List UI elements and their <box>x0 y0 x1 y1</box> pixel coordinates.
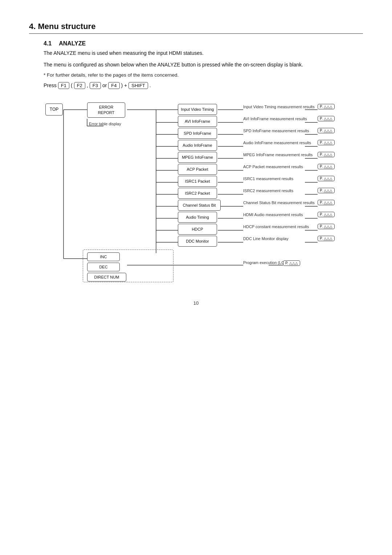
desc-avi-infoframe: AVI InfoFrame measurement results <box>243 117 307 121</box>
p-badge-8: P. △△△ <box>318 200 335 205</box>
desc-mpeg-infoframe: MPEG InfoFrame measurement results <box>243 153 313 157</box>
desc-audio-infoframe: Audio InfoFrame measurement results <box>243 141 311 145</box>
node-mpeg-infoframe: MPEG InfoFrame <box>178 152 217 163</box>
p-badge-5: P. △△△ <box>318 164 335 169</box>
node-isrc2-packet: ISRC2 Packet <box>178 188 217 199</box>
desc-channel-status-bit: Channel Status Bit measurement results <box>243 200 315 205</box>
desc-ddc-monitor: DDC Line Monitor display <box>243 236 289 241</box>
key-shift: SHIFT <box>128 82 148 89</box>
p-badge-0: P. △△△ <box>318 104 335 109</box>
key-f3: F3 <box>90 82 101 89</box>
p-badge-9: P. △△△ <box>318 212 335 217</box>
press-line: Press F1 ( F2 , F3 or F4 ) + SHIFT . <box>44 82 363 89</box>
node-top: TOP <box>45 104 63 116</box>
desc-acp-packet: ACP Packet measurement results <box>243 165 303 169</box>
node-direct-num: DIRECT NUM <box>87 273 126 281</box>
node-input-video-timing: Input Video Timing <box>178 104 217 115</box>
node-audio-infoframe: Audio InfoFrame <box>178 140 217 151</box>
node-error-report: ERRORREPORT <box>87 102 125 118</box>
node-acp-packet: ACP Packet <box>178 164 217 175</box>
desc-spd-infoframe: SPD InfoFrame measurement results <box>243 129 309 133</box>
p-badge-2: P. △△△ <box>318 128 335 133</box>
key-f2: F2 <box>74 82 85 89</box>
intro-1: The ANALYZE menu is used when measuring … <box>44 49 363 58</box>
p-badge-10: P. △△△ <box>318 224 335 229</box>
subsection-number: 4.1 <box>44 40 52 46</box>
node-inc: INC <box>87 252 120 261</box>
node-isrc1-packet: ISRC1 Packet <box>178 176 217 187</box>
press-label: Press <box>44 82 57 88</box>
node-hdcp: HDCP <box>178 224 217 235</box>
key-f1: F1 <box>58 82 69 89</box>
p-badge-4: P. △△△ <box>318 152 335 157</box>
node-channel-status-bit: Channel Status Bit <box>178 200 221 211</box>
p-badge-6: P. △△△ <box>318 176 335 181</box>
intro-2: The menu is configured as shown below wh… <box>44 61 363 69</box>
desc-hdcp: HDCP constant measurement results <box>243 224 309 229</box>
subsection-title: ANALYZE <box>59 40 86 46</box>
node-ddc-monitor: DDC Monitor <box>178 236 217 247</box>
p-badge-load: P. △△△ <box>283 260 300 266</box>
node-spd-infoframe: SPD InfoFrame <box>178 128 217 139</box>
desc-audio-timing: HDMI Audio measurement results <box>243 212 303 217</box>
menu-diagram: TOP ERRORREPORT Error table display Inpu… <box>44 97 359 286</box>
page-number: 10 <box>29 300 363 306</box>
key-f4: F4 <box>108 82 119 89</box>
desc-input-video-timing: Input Video Timing measurement results <box>243 105 315 109</box>
node-audio-timing: Audio Timing <box>178 212 217 223</box>
node-avi-infoframe: AVI InfoFrame <box>178 116 217 127</box>
error-table-label: Error table display <box>89 122 121 126</box>
note-text: * For further details, refer to the page… <box>44 72 363 78</box>
p-badge-1: P. △△△ <box>318 116 335 121</box>
desc-isrc2-packet: ISRC2 measurement results <box>243 189 293 193</box>
desc-isrc1-packet: ISRC1 measurement results <box>243 177 293 181</box>
p-badge-7: P. △△△ <box>318 188 335 193</box>
p-badge-3: P. △△△ <box>318 140 335 145</box>
node-dec: DEC <box>87 263 120 271</box>
p-badge-11: P. △△△ <box>318 236 335 241</box>
section-title: 4. Menu structure <box>29 22 363 34</box>
